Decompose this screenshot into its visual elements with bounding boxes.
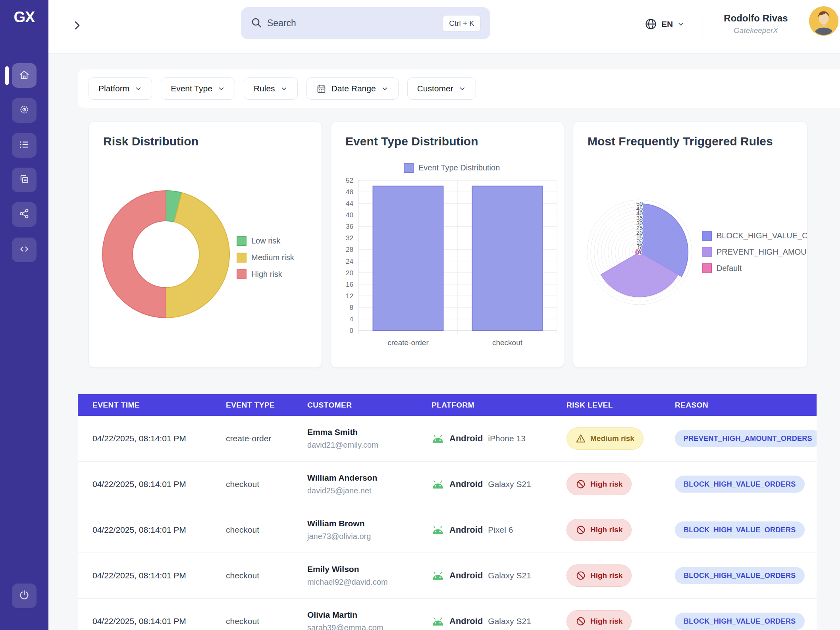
filter-platform[interactable]: Platform bbox=[89, 77, 152, 100]
no-entry-icon bbox=[576, 616, 586, 626]
android-icon bbox=[432, 434, 444, 443]
svg-text:52: 52 bbox=[346, 177, 353, 184]
sidebar-item-events[interactable] bbox=[12, 133, 37, 158]
legend-item[interactable]: PREVENT_HIGH_AMOUI bbox=[702, 247, 807, 257]
android-icon bbox=[432, 526, 444, 535]
cell-customer: Olivia Martin sarah39@emma.com bbox=[307, 610, 383, 630]
user-org: GatekeeperX bbox=[712, 26, 800, 35]
customer-email: david25@jane.net bbox=[307, 486, 377, 495]
sidebar-item-api[interactable] bbox=[12, 238, 37, 262]
col-event-time: EVENT TIME bbox=[92, 394, 140, 416]
risk-label: High risk bbox=[590, 526, 622, 534]
sidebar-item-logout[interactable] bbox=[12, 584, 37, 608]
svg-text:36: 36 bbox=[346, 223, 353, 230]
cell-type: checkout bbox=[226, 479, 259, 489]
cell-time: 04/22/2025, 08:14:01 PM bbox=[92, 479, 186, 489]
chevron-down-icon bbox=[135, 85, 142, 93]
legend-item[interactable]: Event Type Distribution bbox=[404, 163, 500, 173]
legend-item[interactable]: BLOCK_HIGH_VALUE_O bbox=[702, 231, 807, 241]
reason-badge: BLOCK_HIGH_VALUE_ORDERS bbox=[675, 567, 805, 584]
cell-platform: Android Galaxy S21 bbox=[432, 616, 531, 626]
customer-email: jane73@olivia.org bbox=[307, 532, 371, 541]
platform-name: Android bbox=[449, 525, 483, 535]
legend-item[interactable]: Medium risk bbox=[237, 253, 294, 263]
search-bar: Ctrl + K bbox=[241, 7, 490, 39]
event-type-card: Event Type Distribution 0481216202428323… bbox=[331, 122, 564, 368]
filter-rules[interactable]: Rules bbox=[244, 77, 298, 100]
legend-item[interactable]: Default bbox=[702, 263, 807, 273]
sidebar-expand-button[interactable] bbox=[68, 17, 86, 35]
sidebar-item-rules[interactable] bbox=[12, 98, 37, 123]
legend-label: Medium risk bbox=[251, 253, 294, 262]
event-type-bar-chart: 0481216202428323640444852create-orderche… bbox=[331, 122, 564, 368]
sidebar: GX bbox=[0, 0, 48, 630]
cell-reason: BLOCK_HIGH_VALUE_ORDERS bbox=[675, 613, 805, 630]
cell-platform: Android Galaxy S21 bbox=[432, 570, 531, 581]
user-block: Rodolfo Rivas GatekeeperX bbox=[712, 13, 800, 35]
svg-text:32: 32 bbox=[346, 234, 353, 242]
sidebar-item-home[interactable] bbox=[12, 63, 37, 88]
cell-risk: High risk bbox=[566, 564, 632, 587]
sidebar-item-share[interactable] bbox=[12, 202, 37, 227]
cell-time: 04/22/2025, 08:14:01 PM bbox=[92, 525, 186, 535]
sidebar-item-reports[interactable] bbox=[12, 168, 37, 192]
search-input[interactable] bbox=[267, 18, 443, 29]
no-entry-icon bbox=[576, 525, 586, 535]
cell-type: checkout bbox=[226, 571, 259, 580]
platform-device: Galaxy S21 bbox=[488, 616, 531, 626]
filter-date-range[interactable]: Date Range bbox=[306, 77, 399, 100]
legend-item[interactable]: High risk bbox=[237, 269, 294, 279]
cell-customer: William Brown jane73@olivia.org bbox=[307, 519, 371, 541]
events-table: EVENT TIME EVENT TYPE CUSTOMER PLATFORM … bbox=[78, 394, 817, 630]
risk-badge: Medium risk bbox=[566, 427, 643, 450]
customer-email: sarah39@emma.com bbox=[307, 623, 383, 630]
customer-email: david21@emily.com bbox=[307, 441, 378, 450]
cell-time: 04/22/2025, 08:14:01 PM bbox=[92, 616, 186, 626]
customer-name: Emily Wilson bbox=[307, 564, 388, 574]
active-nav-indicator bbox=[5, 66, 9, 85]
copy-icon bbox=[19, 174, 30, 186]
legend-label: Default bbox=[717, 264, 742, 273]
language-code: EN bbox=[661, 19, 673, 29]
reason-badge: BLOCK_HIGH_VALUE_ORDERS bbox=[675, 476, 805, 493]
table-row: 04/22/2025, 08:14:01 PM checkout Emily W… bbox=[78, 553, 817, 599]
language-selector[interactable]: EN bbox=[645, 18, 684, 30]
donut-legend: Low riskMedium riskHigh risk bbox=[237, 236, 294, 279]
cell-customer: Emma Smith david21@emily.com bbox=[307, 427, 378, 450]
avatar[interactable] bbox=[809, 6, 838, 36]
filter-label: Event Type bbox=[171, 84, 212, 93]
risk-label: High risk bbox=[590, 571, 622, 580]
legend-label: PREVENT_HIGH_AMOUI bbox=[717, 247, 807, 257]
cell-reason: BLOCK_HIGH_VALUE_ORDERS bbox=[675, 522, 805, 539]
no-entry-icon bbox=[576, 570, 586, 581]
legend-swatch bbox=[237, 236, 247, 246]
filter-customer[interactable]: Customer bbox=[407, 77, 476, 100]
cell-time: 04/22/2025, 08:14:01 PM bbox=[92, 434, 186, 443]
platform-device: iPhone 13 bbox=[488, 434, 526, 443]
customer-name: William Brown bbox=[307, 519, 371, 528]
android-icon bbox=[432, 571, 444, 580]
filter-event-type[interactable]: Event Type bbox=[161, 77, 235, 100]
chevron-right-icon bbox=[71, 19, 83, 33]
cell-platform: Android iPhone 13 bbox=[432, 433, 526, 444]
col-risk-level: RISK LEVEL bbox=[566, 394, 613, 416]
col-platform: PLATFORM bbox=[432, 394, 474, 416]
table-row: 04/22/2025, 08:14:01 PM checkout Olivia … bbox=[78, 599, 817, 630]
table-header: EVENT TIME EVENT TYPE CUSTOMER PLATFORM … bbox=[78, 394, 817, 416]
legend-item[interactable]: Low risk bbox=[237, 236, 294, 246]
svg-text:28: 28 bbox=[346, 246, 353, 253]
warning-icon bbox=[576, 433, 586, 444]
cell-risk: High risk bbox=[566, 519, 632, 541]
svg-text:48: 48 bbox=[346, 188, 353, 196]
legend-swatch bbox=[237, 253, 247, 263]
reason-badge: BLOCK_HIGH_VALUE_ORDERS bbox=[675, 522, 805, 539]
risk-distribution-card: Risk Distribution Low riskMedium riskHig… bbox=[89, 122, 322, 368]
cell-risk: Medium risk bbox=[566, 427, 643, 450]
polar-legend: BLOCK_HIGH_VALUE_OPREVENT_HIGH_AMOUIDefa… bbox=[702, 231, 807, 273]
cell-platform: Android Pixel 6 bbox=[432, 525, 513, 535]
cell-platform: Android Galaxy S21 bbox=[432, 479, 531, 489]
svg-text:20: 20 bbox=[346, 269, 353, 277]
risk-badge: High risk bbox=[566, 519, 632, 541]
platform-name: Android bbox=[449, 479, 483, 489]
filters-band: Platform Event Type Rules Date Range Cus… bbox=[78, 70, 840, 108]
